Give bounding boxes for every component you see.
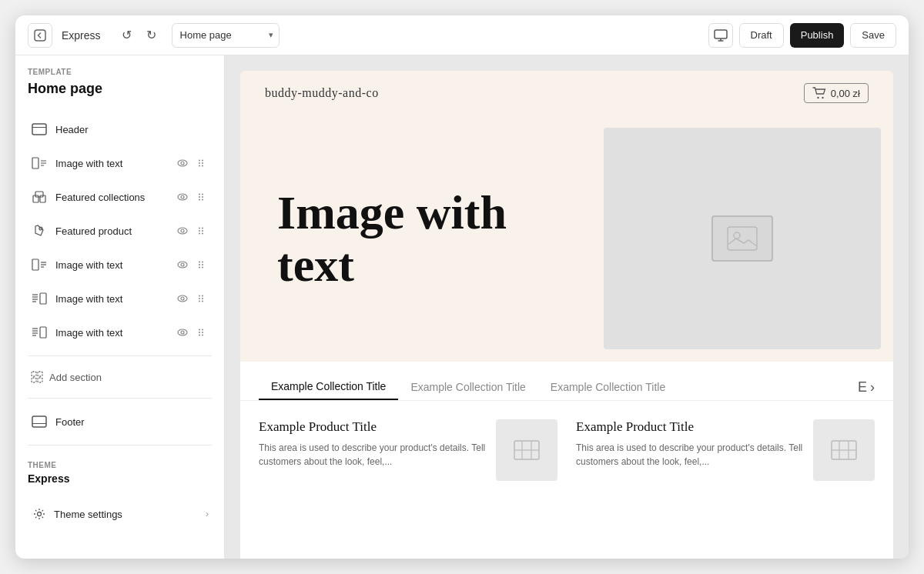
canvas-inner: buddy-muddy-and-co 0,00 zł Im	[240, 71, 893, 559]
image-text-icon-1	[31, 155, 48, 172]
product-info-1: Example Product Title This area is used …	[576, 419, 804, 469]
product-image-1	[813, 419, 875, 481]
svg-rect-54	[40, 293, 46, 304]
sidebar-item-image-text-1[interactable]: Image with text	[22, 148, 218, 179]
svg-rect-79	[38, 378, 42, 382]
svg-point-57	[199, 295, 200, 297]
eye-icon-6[interactable]	[175, 325, 190, 340]
svg-point-45	[202, 262, 203, 263]
svg-point-84	[822, 97, 823, 98]
svg-point-33	[202, 228, 203, 229]
product-title-0: Example Product Title	[259, 419, 487, 435]
svg-point-49	[202, 267, 203, 269]
products-section: Example Product Title This area is used …	[240, 401, 893, 499]
svg-point-32	[199, 228, 200, 229]
collection-tab-1[interactable]: Example Collection Title	[398, 375, 537, 399]
hero-heading-line1: Image with	[277, 186, 507, 239]
page-select-input[interactable]: Home page About Contact	[172, 23, 280, 48]
svg-point-36	[199, 233, 200, 235]
main-layout: TEMPLATE Home page Header	[15, 55, 909, 559]
svg-point-69	[181, 331, 184, 334]
svg-point-82	[38, 512, 42, 516]
theme-settings-label: Theme settings	[54, 509, 199, 520]
sidebar-item-featured-collections[interactable]: Featured collections	[22, 182, 218, 212]
svg-point-44	[199, 262, 200, 263]
page-title: Home page	[28, 81, 212, 97]
sidebar-item-image-text-3-label: Image with text	[55, 293, 167, 305]
store-header: buddy-muddy-and-co 0,00 zł	[240, 71, 893, 115]
svg-point-34	[199, 230, 200, 232]
redo-button[interactable]: ↻	[141, 25, 162, 46]
product-info-0: Example Product Title This area is used …	[259, 419, 487, 469]
eye-icon-5[interactable]	[175, 291, 190, 306]
drag-icon-2[interactable]	[193, 189, 209, 205]
svg-point-35	[202, 230, 203, 232]
svg-point-59	[199, 298, 200, 299]
svg-point-37	[202, 233, 203, 235]
eye-icon-3[interactable]	[175, 223, 190, 239]
header-icon	[31, 121, 48, 138]
publish-button[interactable]: Publish	[790, 23, 845, 48]
drag-icon-4[interactable]	[193, 257, 209, 272]
svg-point-73	[202, 332, 203, 333]
svg-rect-1	[715, 30, 727, 38]
drag-icon-5[interactable]	[193, 291, 209, 306]
svg-point-58	[202, 295, 203, 297]
drag-icon-3[interactable]	[193, 223, 209, 239]
sidebar-item-featured-product-label: Featured product	[55, 225, 167, 237]
svg-point-71	[202, 329, 203, 331]
svg-point-27	[199, 199, 200, 201]
svg-point-55	[178, 295, 187, 302]
save-button[interactable]: Save	[850, 23, 896, 48]
svg-rect-78	[32, 378, 36, 382]
sidebar-item-footer-label: Footer	[55, 416, 209, 428]
svg-point-56	[181, 297, 184, 300]
theme-section: THEME Express	[15, 452, 224, 497]
sidebar-item-featured-product[interactable]: Featured product	[22, 215, 218, 246]
back-button[interactable]	[28, 23, 52, 48]
sidebar-item-header[interactable]: Header	[22, 114, 218, 145]
sidebar-item-image-text-4[interactable]: Image with text	[22, 317, 218, 348]
image-text-icon-3	[31, 290, 48, 307]
svg-point-70	[199, 329, 200, 331]
cart-amount: 0,00 zł	[831, 88, 860, 99]
undo-button[interactable]: ↺	[116, 25, 138, 46]
svg-point-21	[178, 194, 187, 200]
sidebar-item-image-text-3[interactable]: Image with text	[22, 283, 218, 314]
sidebar-item-image-text-1-label: Image with text	[55, 158, 167, 169]
collections-tab-more[interactable]: E ›	[858, 379, 875, 395]
monitor-button[interactable]	[708, 23, 733, 48]
eye-icon-2[interactable]	[175, 189, 190, 205]
svg-point-46	[199, 264, 200, 265]
page-selector[interactable]: Home page About Contact	[172, 23, 280, 48]
sidebar-item-image-text-4-label: Image with text	[55, 327, 167, 339]
svg-point-17	[202, 165, 203, 167]
sidebar-item-image-text-2[interactable]: Image with text	[22, 249, 218, 280]
collection-tab-2[interactable]: Example Collection Title	[538, 375, 678, 399]
theme-settings-button[interactable]: Theme settings ›	[22, 499, 218, 529]
svg-point-47	[202, 264, 203, 265]
svg-rect-4	[32, 124, 46, 135]
drag-icon-6[interactable]	[193, 325, 209, 340]
sidebar-item-footer[interactable]: Footer	[22, 406, 218, 437]
drag-icon-1[interactable]	[193, 155, 209, 171]
item-actions-6	[175, 325, 209, 340]
add-section-button[interactable]: Add section	[22, 364, 218, 390]
cart-button[interactable]: 0,00 zł	[804, 83, 869, 103]
collection-tab-0[interactable]: Example Collection Title	[259, 374, 398, 400]
draft-button[interactable]: Draft	[739, 23, 784, 48]
sidebar-divider-3	[28, 445, 212, 446]
topbar-right: Draft Publish Save	[708, 23, 896, 48]
eye-icon-1[interactable]	[175, 155, 190, 171]
svg-point-48	[199, 267, 200, 269]
item-actions-1	[175, 155, 209, 171]
collections-tabs: Example Collection Title Example Collect…	[240, 362, 893, 401]
template-section: TEMPLATE Home page	[15, 55, 224, 112]
item-actions-3	[175, 223, 209, 239]
eye-icon-4[interactable]	[175, 257, 190, 272]
svg-point-10	[178, 160, 187, 166]
image-placeholder-icon	[711, 215, 773, 262]
svg-point-22	[181, 195, 184, 199]
chevron-right-icon-tabs: ›	[870, 379, 875, 395]
add-section-label: Add section	[49, 372, 102, 383]
